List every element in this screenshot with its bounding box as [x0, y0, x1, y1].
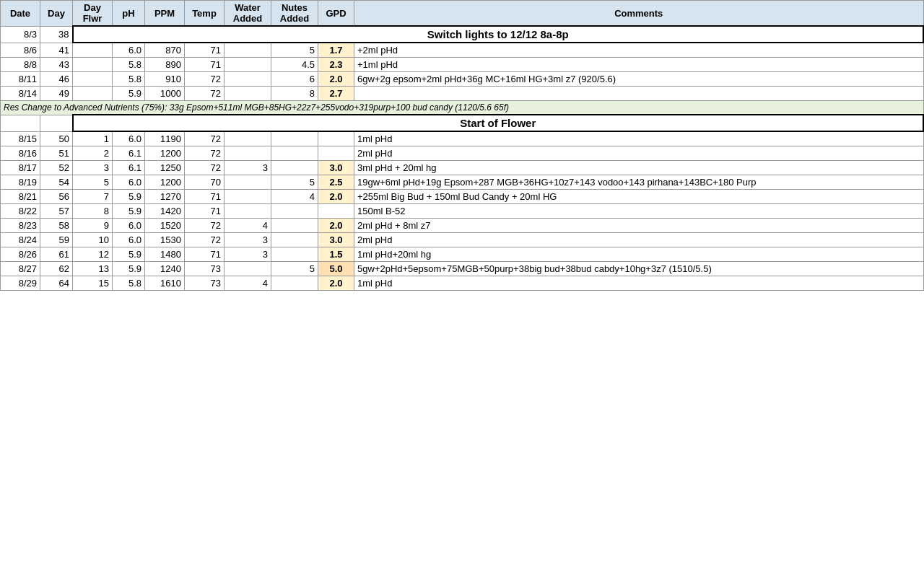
table-row: 8/14495.910007282.7: [1, 87, 924, 101]
cell-ppm: 1420: [145, 204, 185, 219]
cell-ppm: 1190: [145, 131, 185, 146]
table-row: 8/175236.112507233.03ml pHd + 20ml hg: [1, 161, 924, 175]
header-row: Date Day DayFlwr pH PPM Temp WaterAdded …: [1, 1, 924, 27]
cell-day: 51: [40, 146, 73, 161]
cell-temp: 71: [185, 190, 225, 204]
cell-water: 3: [225, 233, 271, 247]
cell-date: 8/27: [1, 262, 40, 276]
cell-comments: 19gw+6ml pHd+19g Epsom+287 MGB+36HG+10z7…: [354, 175, 924, 190]
cell-gpd: 2.0: [318, 219, 354, 233]
cell-flwr: 2: [73, 146, 113, 161]
cell-water: [225, 58, 271, 72]
col-ppm: PPM: [145, 1, 185, 27]
cell-gpd: 2.7: [318, 87, 354, 101]
cell-ph: 6.0: [113, 233, 145, 247]
cell-gpd: [318, 131, 354, 146]
cell-ppm: 1270: [145, 190, 185, 204]
cell-nutes: [271, 131, 318, 146]
cell-ph: 6.0: [113, 131, 145, 146]
cell-ppm: 1200: [145, 175, 185, 190]
cell-nutes: 4.5: [271, 58, 318, 72]
cell-water: 3: [225, 247, 271, 262]
col-water: WaterAdded: [225, 1, 271, 27]
cell-temp: 73: [185, 262, 225, 276]
cell-nutes: 6: [271, 72, 318, 87]
cell-date: 8/21: [1, 190, 40, 204]
cell-flwr: 12: [73, 247, 113, 262]
cell-nutes: 5: [271, 175, 318, 190]
cell-day: 58: [40, 219, 73, 233]
section-day: 38: [40, 26, 73, 43]
cell-temp: 71: [185, 43, 225, 58]
table-row: 8/2964155.816107342.01ml pHd: [1, 276, 924, 291]
cell-date: 8/23: [1, 219, 40, 233]
col-temp: Temp: [185, 1, 225, 27]
cell-ppm: 1200: [145, 146, 185, 161]
cell-day: 57: [40, 204, 73, 219]
cell-ppm: 1530: [145, 233, 185, 247]
cell-nutes: [271, 204, 318, 219]
cell-ppm: 910: [145, 72, 185, 87]
cell-temp: 72: [185, 161, 225, 175]
cell-comments: 5gw+2pHd+5epsom+75MGB+50purp+38big bud+3…: [354, 262, 924, 276]
cell-gpd: 2.0: [318, 72, 354, 87]
cell-temp: 72: [185, 131, 225, 146]
cell-ppm: 1000: [145, 87, 185, 101]
table-row: 8/195456.012007052.519gw+6ml pHd+19g Eps…: [1, 175, 924, 190]
table-row: 8/215675.912707142.0+255ml Big Bud + 150…: [1, 190, 924, 204]
col-day: Day: [40, 1, 73, 27]
col-gpd: GPD: [318, 1, 354, 27]
cell-gpd: 2.5: [318, 175, 354, 190]
cell-water: [225, 204, 271, 219]
col-comments: Comments: [354, 1, 924, 27]
cell-ppm: 1520: [145, 219, 185, 233]
cell-date: 8/6: [1, 43, 40, 58]
cell-date: 8/8: [1, 58, 40, 72]
cell-nutes: 8: [271, 87, 318, 101]
cell-ph: 5.9: [113, 87, 145, 101]
table-row: 8/235896.015207242.02ml pHd + 8ml z7: [1, 219, 924, 233]
cell-flwr: [73, 58, 113, 72]
cell-comments: [354, 87, 924, 101]
cell-temp: 71: [185, 247, 225, 262]
table-row: Start of Flower: [1, 115, 924, 131]
cell-water: [225, 175, 271, 190]
cell-ph: 5.9: [113, 247, 145, 262]
cell-temp: 71: [185, 204, 225, 219]
cell-ph: 5.8: [113, 276, 145, 291]
cell-comments: 3ml pHd + 20ml hg: [354, 161, 924, 175]
cell-gpd: 1.5: [318, 247, 354, 262]
section-title: Switch lights to 12/12 8a-8p: [73, 26, 924, 43]
cell-comments: 6gw+2g epsom+2ml pHd+36g MC+16ml HG+3ml …: [354, 72, 924, 87]
cell-water: [225, 131, 271, 146]
section-date: 8/3: [1, 26, 40, 43]
cell-comments: +255ml Big Bud + 150ml Bud Candy + 20ml …: [354, 190, 924, 204]
cell-ph: 5.8: [113, 58, 145, 72]
cell-comments: +2ml pHd: [354, 43, 924, 58]
cell-day: 52: [40, 161, 73, 175]
cell-gpd: 3.0: [318, 233, 354, 247]
cell-water: [225, 87, 271, 101]
cell-gpd: 2.0: [318, 276, 354, 291]
cell-day: 61: [40, 247, 73, 262]
cell-day: 56: [40, 190, 73, 204]
cell-ph: 5.8: [113, 72, 145, 87]
cell-water: [225, 190, 271, 204]
cell-gpd: 2.3: [318, 58, 354, 72]
cell-date: 8/22: [1, 204, 40, 219]
cell-comments: 1ml pHd: [354, 131, 924, 146]
cell-date: 8/16: [1, 146, 40, 161]
cell-temp: 71: [185, 58, 225, 72]
cell-water: [225, 72, 271, 87]
cell-ppm: 1610: [145, 276, 185, 291]
cell-ppm: 890: [145, 58, 185, 72]
cell-gpd: 3.0: [318, 161, 354, 175]
cell-day: 50: [40, 131, 73, 146]
table-row: 8/2661125.914807131.51ml pHd+20ml hg: [1, 247, 924, 262]
table-row: 8/155016.01190721ml pHd: [1, 131, 924, 146]
cell-water: [225, 146, 271, 161]
section-title: Start of Flower: [73, 115, 924, 131]
cell-comments: 150ml B-52: [354, 204, 924, 219]
cell-comments: +1ml pHd: [354, 58, 924, 72]
cell-ph: 6.0: [113, 43, 145, 58]
